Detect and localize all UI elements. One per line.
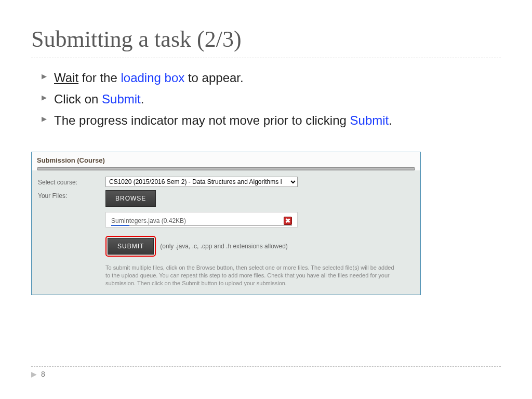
extensions-hint: (only .java, .c, .cpp and .h extensions … (160, 243, 287, 250)
help-text: To submit multiple files, click on the B… (105, 264, 396, 287)
upload-progress (111, 225, 292, 226)
remove-file-icon[interactable]: ✖ (284, 217, 292, 225)
instruction-list: Wait for the loading box to appear. Clic… (42, 68, 501, 131)
panel-title: Submission (Course) (32, 152, 420, 167)
page-number: 8 (41, 370, 45, 378)
file-row: SumIntegers.java (0.42KB) ✖ (105, 212, 298, 228)
slide-title: Submitting a task (2/3) (31, 26, 501, 58)
text: The progress indicator may not move prio… (54, 113, 350, 127)
select-course-label: Select course: (38, 177, 100, 187)
course-select[interactable]: CS1020 (2015/2016 Sem 2) - Data Structur… (105, 177, 298, 187)
text: for the (78, 71, 121, 85)
text: Click on (54, 92, 102, 106)
text: . (389, 113, 392, 127)
footer-marker-icon: ▶ (31, 370, 37, 378)
text: . (141, 92, 144, 106)
your-files-label: Your Files: (38, 190, 100, 257)
bullet-progress: The progress indicator may not move prio… (42, 110, 501, 131)
loading-box-term: loading box (121, 71, 184, 85)
submit-button[interactable]: SUBMIT (108, 238, 154, 255)
file-name: SumIntegers.java (0.42KB) (111, 217, 186, 224)
bullet-wait: Wait for the loading box to appear. (42, 68, 501, 89)
slide-footer: ▶ 8 (31, 366, 501, 378)
submit-term: Submit (350, 113, 389, 127)
wait-word: Wait (54, 71, 78, 85)
browse-button[interactable]: BROWSE (105, 190, 156, 207)
text: to appear. (184, 71, 243, 85)
submission-panel: Submission (Course) Select course: CS102… (31, 152, 421, 295)
submit-highlight: SUBMIT (105, 236, 156, 257)
bullet-click-submit: Click on Submit. (42, 89, 501, 110)
submit-term: Submit (102, 92, 141, 106)
